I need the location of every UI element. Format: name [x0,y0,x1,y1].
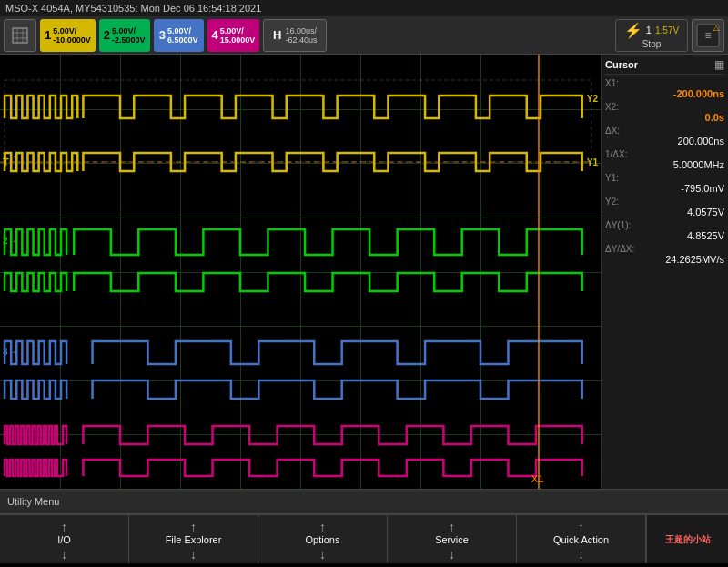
svc-label: Service [435,534,469,545]
cursor-y1-label: Y1: [605,173,724,183]
svg-rect-8 [5,80,592,162]
cursor-y2-row: Y2: 4.0575V [605,197,724,218]
menu-file-explorer[interactable]: ↑ File Explorer ↓ [129,515,258,563]
cursor-x2-row: X2: 0.0s [605,102,724,123]
menu-service[interactable]: ↑ Service ↓ [388,515,517,563]
grid-h-4 [0,272,601,273]
opt-down-arrow: ↓ [319,547,326,562]
io-label: I/O [57,534,71,545]
grid-h-7 [0,434,601,435]
grid-h-1 [0,109,601,110]
grid-v-8 [480,55,481,489]
opt-up-arrow: ↑ [319,520,326,534]
cursor-y1-row: Y1: -795.0mV [605,173,724,194]
cursor-x1-value: -200.000ns [605,88,724,99]
channel-2-button[interactable]: 2 5.00V/ -2.5000V [99,19,150,52]
svc-up-arrow: ↑ [449,520,455,534]
svg-text:1→: 1→ [3,151,17,161]
qa-up-arrow: ↑ [578,520,584,534]
grid-h-6 [0,380,601,381]
svg-rect-0 [13,28,27,43]
svg-text:△: △ [713,24,720,32]
menu-quick-action[interactable]: ↑ Quick Action ↓ [517,515,646,563]
grid-v-2 [120,55,121,489]
cursor-dy1-label: ΔY(1): [605,220,724,230]
grid-h-3 [0,218,601,218]
opt-label: Options [306,534,340,545]
cursor-icon: ▦ [714,58,724,71]
grid-h-2 [0,163,601,164]
fe-down-arrow: ↓ [190,547,197,562]
grid-v-4 [240,55,241,489]
cursor-dx-row: ΔX: 200.000ns [605,126,724,147]
cursor-x2-label: X2: [605,102,724,112]
svg-text:3→: 3→ [3,347,17,357]
scope-display[interactable]: X1 T Y2 Y1 2→ 3→ 4→ 1→ [0,55,601,489]
title-bar: MSO-X 4054A, MY54310535: Mon Dec 06 16:5… [0,0,728,16]
watermark-area: 王超的小站 [646,515,728,563]
svg-text:≡: ≡ [704,29,711,42]
channel-bar: 1 5.00V/ -10.0000V 2 5.00V/ -2.5000V 3 5… [0,16,728,55]
io-down-arrow: ↓ [61,547,67,562]
cursor-dydx-label: ΔY/ΔX: [605,244,724,254]
cursor-invdx-row: 1/ΔX: 5.0000MHz [605,149,724,170]
cursor-y2-label: Y2: [605,197,724,207]
grid-v-6 [360,55,361,489]
cursor-invdx-label: 1/ΔX: [605,149,724,159]
svg-text:4→: 4→ [3,429,17,439]
svg-text:X1: X1 [531,473,544,484]
channel-4-button[interactable]: 4 5.00V/ 15.0000V [207,19,260,52]
waveform-display: X1 T Y2 Y1 2→ 3→ 4→ 1→ [0,55,601,489]
cursor-header: Cursor ▦ [605,58,724,75]
cursor-invdx-value: 5.0000MHz [605,159,724,170]
cursor-title: Cursor [605,59,638,70]
svg-text:Y2: Y2 [587,94,599,104]
cursor-y2-value: 4.0575V [605,207,724,218]
cursor-panel: Cursor ▦ X1: -200.000ns X2: 0.0s ΔX: 200… [601,55,728,489]
qa-down-arrow: ↓ [578,547,584,562]
menu-io[interactable]: ↑ I/O ↓ [0,515,129,563]
svg-text:2→: 2→ [3,236,17,246]
grid-v-9 [541,55,541,489]
cursor-dx-label: ΔX: [605,126,724,136]
channel-3-button[interactable]: 3 5.00V/ 6.5000V [154,19,204,52]
grid-v-7 [420,55,421,489]
io-up-arrow: ↑ [61,520,67,534]
cursor-x1-label: X1: [605,78,724,88]
utility-label: Utility Menu [7,496,59,507]
channel-1-button[interactable]: 1 5.00V/ -10.0000V [40,19,96,52]
scope-grid-icon[interactable] [4,19,36,52]
cursor-x1-row: X1: -200.000ns [605,78,724,99]
fe-label: File Explorer [166,534,222,545]
svc-down-arrow: ↓ [449,547,455,562]
fe-up-arrow: ↑ [190,520,197,534]
cursor-dy1-row: ΔY(1): 4.8525V [605,220,724,241]
trigger-button[interactable]: ⚡ 1 1.57V Stop [615,19,688,52]
cursor-dx-value: 200.000ns [605,136,724,147]
grid-v-1 [60,55,61,489]
svg-text:T: T [3,157,9,167]
utility-bar: Utility Menu [0,489,728,514]
cursor-dy1-value: 4.8525V [605,230,724,241]
grid-v-3 [180,55,181,489]
cursor-dydx-value: 24.2625MV/s [605,254,724,265]
main-area: X1 T Y2 Y1 2→ 3→ 4→ 1→ Cursor ▦ X1: -200… [0,55,728,489]
measure-icon[interactable]: ≡ △ [692,19,724,52]
horizontal-button[interactable]: H 16.00us/ -62.40us [263,19,327,52]
cursor-x2-value: 0.0s [605,112,724,123]
cursor-y1-value: -795.0mV [605,183,724,194]
grid-v-5 [300,55,301,489]
title-text: MSO-X 4054A, MY54310535: Mon Dec 06 16:5… [5,3,261,14]
qa-label: Quick Action [553,534,609,545]
watermark-text: 王超的小站 [665,533,711,546]
grid-h-5 [0,326,601,327]
menu-options[interactable]: ↑ Options ↓ [258,515,388,563]
svg-text:Y1: Y1 [587,157,599,167]
menu-bar: ↑ I/O ↓ ↑ File Explorer ↓ ↑ Options ↓ ↑ … [0,514,728,563]
cursor-dydx-row: ΔY/ΔX: 24.2625MV/s [605,244,724,265]
